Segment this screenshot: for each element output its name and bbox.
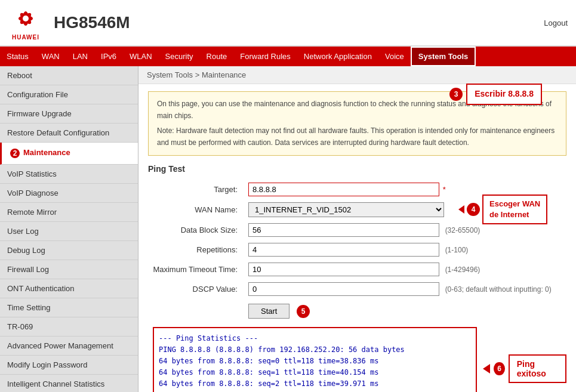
nav-security[interactable]: Security <box>159 47 200 66</box>
wan-select[interactable]: 1_INTERNET_R_VID_1502 2_OTHER_WAN <box>248 202 444 217</box>
dscp-input-cell: (0-63; default without inputting: 0) <box>244 279 566 299</box>
sidebar-item-maintenance[interactable]: 2Maintenance <box>0 143 138 165</box>
wan-name-row: WAN Name: 1_INTERNET_R_VID_1502 2_OTHER_… <box>148 199 566 220</box>
timeout-label: Maximum Timeout Time: <box>148 260 244 279</box>
dscp-label: DSCP Value: <box>148 279 244 299</box>
target-input[interactable] <box>248 183 439 196</box>
sidebar-item-voip-stats[interactable]: VoIP Statistics <box>0 165 138 184</box>
svg-point-4 <box>23 16 29 21</box>
info-box: 3 Escribir 8.8.8.8 On this page, you can… <box>148 91 566 156</box>
sidebar-item-debug-log[interactable]: Debug Log <box>0 241 138 260</box>
repetitions-row: Repetitions: (1-100) <box>148 240 566 260</box>
sidebar-item-modify-pw[interactable]: Modify Login Password <box>0 356 138 375</box>
annotation-4-box: Escoger WAN de Internet <box>482 195 547 224</box>
timeout-input[interactable] <box>248 263 439 276</box>
sidebar-item-channel-stats[interactable]: Intelligent Channel Statistics <box>0 375 138 392</box>
start-button[interactable]: Start <box>248 304 289 319</box>
data-block-input[interactable] <box>248 223 439 237</box>
nav-status[interactable]: Status <box>0 47 35 66</box>
sidebar-item-firmware[interactable]: Firmware Upgrade <box>0 104 138 124</box>
nav-bar: Status WAN LAN IPv6 WLAN Security Route … <box>0 47 576 66</box>
info-text-2: Note: Hardware fault detection may not f… <box>157 125 557 149</box>
annotation-4-callout: 4 Escoger WAN de Internet <box>458 195 547 224</box>
repetitions-input-cell: (1-100) <box>244 240 566 260</box>
ping-test-title: Ping Test <box>148 164 566 174</box>
results-container: --- Ping Statistics --- PING 8.8.8.8 (8.… <box>148 327 566 392</box>
dscp-input[interactable] <box>248 282 439 296</box>
huawei-label: HUAWEI <box>8 34 43 41</box>
sidebar: Reboot Configuration File Firmware Upgra… <box>0 66 138 392</box>
content-inner: 3 Escribir 8.8.8.8 On this page, you can… <box>138 84 576 392</box>
timeout-row: Maximum Timeout Time: (1-429496) <box>148 260 566 279</box>
ping-test-section: Ping Test Target: * WAN Name: <box>148 164 566 392</box>
sidebar-item-remote-mirror[interactable]: Remote Mirror <box>0 203 138 222</box>
logout-button[interactable]: Logout <box>544 18 568 27</box>
annotation-6-box: Ping exitoso <box>509 354 566 383</box>
start-btn-spacer <box>148 299 244 323</box>
timeout-input-cell: (1-429496) <box>244 260 566 279</box>
nav-network-app[interactable]: Network Application <box>297 47 378 66</box>
sidebar-item-config-file[interactable]: Configuration File <box>0 85 138 104</box>
sidebar-item-ont-auth[interactable]: ONT Authentication <box>0 279 138 298</box>
huawei-logo: HUAWEI <box>8 5 43 41</box>
sidebar-badge-2: 2 <box>9 147 21 159</box>
data-block-hint: (32-65500) <box>445 226 480 234</box>
repetitions-label: Repetitions: <box>148 240 244 260</box>
nav-forward-rules[interactable]: Forward Rules <box>233 47 297 66</box>
nav-voice[interactable]: Voice <box>378 47 411 66</box>
data-block-label: Data Block Size: <box>148 220 244 240</box>
main-layout: Reboot Configuration File Firmware Upgra… <box>0 66 576 392</box>
nav-wan[interactable]: WAN <box>35 47 66 66</box>
model-title: HG8546M <box>54 13 544 32</box>
wan-select-cell: 1_INTERNET_R_VID_1502 2_OTHER_WAN 4 Esco… <box>244 199 566 220</box>
nav-lan[interactable]: LAN <box>66 47 94 66</box>
sidebar-item-user-log[interactable]: User Log <box>0 222 138 241</box>
start-btn-row: Start 5 <box>148 299 566 323</box>
content-area: System Tools > Maintenance 3 Escribir 8.… <box>138 66 576 392</box>
sidebar-item-firewall-log[interactable]: Firewall Log <box>0 260 138 279</box>
nav-system-tools[interactable]: System Tools <box>411 47 476 66</box>
wan-label: WAN Name: <box>148 199 244 220</box>
start-btn-cell: Start 5 <box>244 299 566 323</box>
nav-ipv6[interactable]: IPv6 <box>94 47 123 66</box>
circle-3: 3 <box>449 88 463 101</box>
annotation-3-callout: 3 Escribir 8.8.8.8 <box>449 84 542 105</box>
circle-5: 5 <box>297 305 310 318</box>
breadcrumb: System Tools > Maintenance <box>138 66 576 84</box>
nav-wlan[interactable]: WLAN <box>123 47 159 66</box>
timeout-hint: (1-429496) <box>445 266 480 274</box>
nav-route[interactable]: Route <box>200 47 234 66</box>
sidebar-item-restore[interactable]: Restore Default Configuration <box>0 124 138 143</box>
sidebar-item-time-setting[interactable]: Time Setting <box>0 298 138 317</box>
circle-6: 6 <box>494 362 504 375</box>
target-label: Target: <box>148 180 244 199</box>
arrow-4 <box>458 205 464 214</box>
ping-form-table: Target: * WAN Name: 1_INTERNET_R_VID_150… <box>148 180 566 323</box>
target-required-star: * <box>443 185 446 194</box>
sidebar-item-voip-diagnose[interactable]: VoIP Diagnose <box>0 184 138 203</box>
header: HUAWEI HG8546M Logout <box>0 0 576 47</box>
ping-results[interactable]: --- Ping Statistics --- PING 8.8.8.8 (8.… <box>153 327 477 392</box>
sidebar-item-power-mgmt[interactable]: Advanced Power Management <box>0 337 138 356</box>
repetitions-input[interactable] <box>248 243 439 257</box>
dscp-hint: (0-63; default without inputting: 0) <box>445 285 552 294</box>
huawei-logo-svg <box>8 5 43 32</box>
arrow-left-6 <box>483 364 490 374</box>
annotation-6-area: 6 Ping exitoso <box>483 354 566 383</box>
circle-4: 4 <box>467 203 480 216</box>
dscp-row: DSCP Value: (0-63; default without input… <box>148 279 566 299</box>
sidebar-item-tr069[interactable]: TR-069 <box>0 317 138 337</box>
annotation-3-box: Escribir 8.8.8.8 <box>466 84 542 105</box>
repetitions-hint: (1-100) <box>445 246 469 254</box>
sidebar-item-reboot[interactable]: Reboot <box>0 66 138 85</box>
